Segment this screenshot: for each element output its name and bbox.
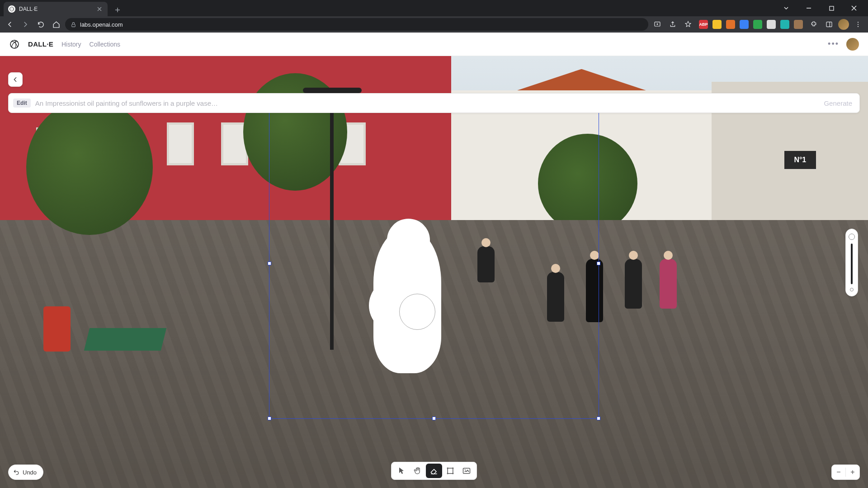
generate-button[interactable]: Generate — [821, 99, 855, 107]
svg-rect-2 — [72, 24, 75, 26]
extension-ext-blue-icon[interactable] — [740, 20, 749, 29]
chevron-down-icon[interactable] — [778, 2, 794, 14]
svg-rect-12 — [463, 468, 470, 474]
slider-track[interactable] — [851, 244, 853, 284]
tab-favicon-icon — [8, 5, 15, 13]
svg-rect-11 — [448, 468, 453, 474]
extension-ext-teal-icon[interactable] — [780, 20, 789, 29]
tool-cursor[interactable] — [393, 464, 410, 478]
editor-back-button[interactable] — [8, 72, 23, 87]
reload-icon[interactable] — [34, 18, 47, 31]
nav-collections[interactable]: Collections — [90, 41, 120, 48]
openai-logo-icon — [9, 39, 20, 50]
extensions-puzzle-icon[interactable] — [807, 18, 820, 31]
tool-pan[interactable] — [410, 464, 426, 478]
tab-title: DALL·E — [19, 6, 38, 12]
tool-upload[interactable] — [458, 464, 475, 478]
eraser-cursor-icon — [399, 294, 435, 330]
tab-close-icon[interactable] — [96, 5, 103, 13]
svg-point-7 — [858, 26, 859, 27]
home-icon[interactable] — [50, 18, 62, 31]
more-menu-icon[interactable]: ••• — [828, 39, 839, 49]
nav-history[interactable]: History — [61, 41, 81, 48]
frame-icon — [446, 466, 455, 475]
svg-rect-4 — [826, 22, 832, 27]
side-panel-icon[interactable] — [823, 18, 835, 31]
lock-icon — [71, 22, 76, 28]
window-controls — [778, 0, 868, 16]
zoom-in-button[interactable]: + — [846, 465, 859, 480]
extension-abp-icon[interactable]: ABP — [699, 20, 708, 29]
upload-image-icon — [462, 466, 471, 475]
url-input[interactable]: labs.openai.com — [65, 18, 648, 31]
address-bar: labs.openai.com ABP — [0, 16, 868, 33]
extension-ext-white-icon[interactable] — [767, 20, 776, 29]
svg-point-6 — [858, 24, 859, 25]
frame-handle[interactable] — [597, 417, 600, 420]
frame-handle[interactable] — [597, 262, 600, 265]
undo-button[interactable]: Undo — [8, 465, 43, 480]
new-tab-button[interactable] — [111, 4, 124, 16]
browser-tab[interactable]: DALL·E — [4, 2, 108, 16]
maximize-icon[interactable] — [824, 2, 839, 14]
frame-handle[interactable] — [268, 262, 271, 265]
frame-handle[interactable] — [432, 417, 436, 420]
svg-rect-1 — [830, 6, 834, 10]
editor-canvas[interactable]: N°1 Edit Generate Undo — [0, 56, 868, 488]
brand-title[interactable]: DALL·E — [28, 40, 53, 48]
nav-forward-icon[interactable] — [19, 18, 32, 31]
cursor-icon — [397, 466, 406, 475]
mode-badge: Edit — [13, 99, 31, 108]
tool-eraser[interactable] — [426, 464, 442, 478]
extension-ext-yellow-icon[interactable] — [712, 20, 722, 29]
eraser-icon — [429, 466, 439, 475]
brush-size-slider[interactable] — [845, 229, 858, 296]
user-avatar[interactable] — [846, 38, 859, 51]
storefront-sign: N°1 — [784, 151, 816, 169]
tab-strip: DALL·E — [0, 0, 868, 16]
close-icon[interactable] — [846, 2, 862, 14]
browser-chrome: DALL·E labs.openai.com ABP — [0, 0, 868, 33]
zoom-out-button[interactable]: − — [832, 465, 845, 480]
url-text: labs.openai.com — [80, 21, 123, 28]
brush-small-icon — [850, 288, 854, 291]
frame-handle[interactable] — [268, 417, 271, 420]
extension-icons: ABP — [697, 20, 805, 29]
extension-ext-brown-icon[interactable] — [794, 20, 803, 29]
tool-frame[interactable] — [442, 464, 458, 478]
extension-ext-green-icon[interactable] — [753, 20, 762, 29]
brush-large-icon — [849, 234, 855, 240]
browser-menu-icon[interactable] — [852, 18, 864, 31]
undo-icon — [13, 469, 19, 475]
nav-back-icon[interactable] — [4, 18, 16, 31]
share-icon[interactable] — [666, 18, 679, 31]
browser-profile-avatar[interactable] — [838, 19, 849, 30]
hand-icon — [413, 466, 422, 475]
install-app-icon[interactable] — [651, 18, 664, 31]
editor-toolbar — [391, 462, 477, 480]
zoom-control: − + — [831, 465, 860, 480]
extension-ext-orange-icon[interactable] — [726, 20, 735, 29]
prompt-bar: Edit Generate — [8, 93, 860, 113]
svg-point-5 — [858, 22, 859, 23]
svg-point-13 — [465, 469, 466, 470]
prompt-input[interactable] — [35, 99, 817, 107]
app-header: DALL·E History Collections ••• — [0, 33, 868, 56]
bookmark-star-icon[interactable] — [682, 18, 694, 31]
undo-label: Undo — [23, 469, 37, 476]
minimize-icon[interactable] — [801, 2, 816, 14]
svg-point-8 — [10, 40, 19, 48]
